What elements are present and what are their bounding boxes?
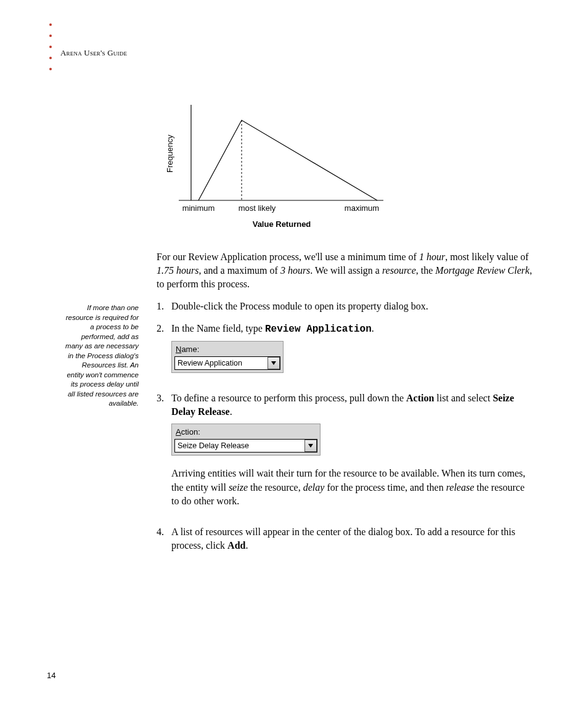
action-field-value: Seize Delay Release (175, 441, 304, 451)
x-tick-max: maximum (345, 203, 379, 213)
step-body: In the Name field, type Review Applicati… (171, 322, 533, 383)
svg-marker-0 (271, 361, 276, 365)
text: the resource, (248, 482, 303, 493)
text: . (230, 406, 232, 417)
value-max: 3 hours (280, 265, 310, 276)
list-item: 4. A list of resources will appear in th… (157, 525, 533, 552)
dropdown-button[interactable] (267, 357, 280, 369)
list-item: 1. Double-click the Process module to op… (157, 300, 533, 313)
text: list and select (434, 393, 492, 403)
name-field-value: Review Application (175, 358, 267, 369)
value-min: 1 hour (419, 252, 445, 262)
x-tick-min: minimum (182, 203, 215, 213)
step-number: 4. (157, 525, 171, 552)
step-body: A list of resources will appear in the c… (171, 525, 533, 552)
main-content: For our Review Application process, we'l… (157, 250, 533, 561)
document-page: Arena User's Guide Frequency minimum mos… (0, 0, 588, 717)
margin-bullets (49, 23, 52, 79)
value-mode: 1.75 hours (157, 265, 198, 276)
term-release: release (446, 482, 475, 493)
step-number: 1. (157, 300, 171, 313)
step-number: 2. (157, 322, 171, 383)
step-body: To define a resource to perform this pro… (171, 391, 533, 516)
text: for the process time, and then (324, 482, 446, 493)
button-name: Add (227, 540, 245, 551)
text: In the Name field, type (171, 323, 265, 334)
chevron-down-icon (308, 444, 313, 448)
svg-marker-1 (308, 444, 313, 448)
step-number: 3. (157, 391, 171, 516)
label-rest: ame: (181, 345, 199, 354)
name-combobox[interactable]: Review Application (174, 356, 280, 370)
list-item: 3. To define a resource to perform this … (157, 391, 533, 516)
resource-name: Mortgage Review Clerk (435, 265, 529, 276)
term-seize: seize (229, 482, 248, 493)
page-number: 14 (47, 671, 55, 680)
mnemonic: A (176, 427, 181, 436)
text: . (372, 323, 374, 334)
intro-paragraph: For our Review Application process, we'l… (157, 250, 533, 291)
running-header: Arena User's Guide (60, 48, 127, 58)
action-field-screenshot: Action: Seize Delay Release (171, 424, 533, 456)
chevron-down-icon (271, 361, 276, 365)
text: A list of resources will appear in the c… (171, 526, 515, 551)
action-combobox[interactable]: Seize Delay Release (174, 439, 317, 453)
resource-term: resource (382, 265, 416, 276)
margin-note: If more than one resource is required fo… (63, 303, 139, 409)
ui-term: Action (406, 393, 434, 403)
x-tick-mode: most likely (239, 203, 276, 213)
text: . We will assign a (310, 265, 382, 276)
triangular-pdf-line (198, 120, 377, 200)
y-axis-label: Frequency (165, 134, 174, 173)
triangular-distribution-chart: Frequency minimum most likely maximum Va… (161, 99, 390, 240)
bullet-icon (49, 46, 52, 48)
bullet-icon (49, 35, 52, 37)
term-delay: delay (303, 482, 325, 493)
x-axis-label: Value Returned (253, 219, 311, 229)
steps-list: 1. Double-click the Process module to op… (157, 300, 533, 552)
step-body: Double-click the Process module to open … (171, 300, 533, 313)
label-rest: ction: (181, 427, 200, 436)
text: . (245, 540, 248, 551)
name-field-screenshot: Name: Review Application (171, 341, 533, 373)
text: For our Review Application process, we'l… (157, 252, 419, 262)
list-item: 2. In the Name field, type Review Applic… (157, 322, 533, 383)
bullet-icon (49, 57, 52, 59)
text: , and a maximum of (198, 265, 280, 276)
input-value: Review Application (265, 324, 372, 335)
text: , most likely value of (445, 252, 529, 262)
bullet-icon (49, 68, 52, 70)
bullet-icon (49, 23, 52, 26)
text: To define a resource to perform this pro… (171, 393, 406, 403)
dropdown-button[interactable] (304, 440, 317, 452)
mnemonic: N (176, 345, 181, 354)
text: , the (416, 265, 436, 276)
